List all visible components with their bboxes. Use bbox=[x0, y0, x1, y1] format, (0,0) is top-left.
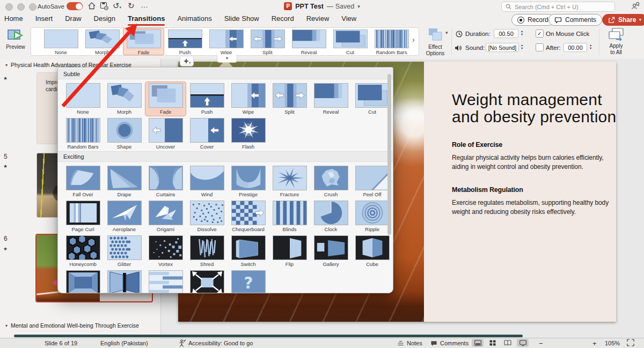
section-header-bottom[interactable]: ▾ Mental and Emotional Well-being Throug… bbox=[5, 322, 139, 329]
tab-home[interactable]: Home bbox=[4, 13, 23, 23]
tab-animations[interactable]: Animations bbox=[177, 13, 211, 23]
transition-gallery[interactable]: Gallery bbox=[310, 234, 352, 269]
blinds-thumbnail-icon bbox=[273, 201, 307, 225]
transition-switch[interactable]: Switch bbox=[228, 234, 269, 269]
transition-fade[interactable]: Fade bbox=[145, 82, 186, 116]
transition-drape[interactable]: Drape bbox=[104, 164, 145, 199]
transition-random[interactable]: ?Random bbox=[228, 269, 269, 293]
ribbon-transition-morph[interactable]: Morph bbox=[82, 28, 123, 55]
comments-button[interactable]: Comments bbox=[548, 14, 602, 26]
transition-cut[interactable]: Cut bbox=[352, 82, 393, 116]
transition-curtains[interactable]: Curtains bbox=[145, 164, 186, 199]
on-mouse-click-checkbox[interactable]: ✓ bbox=[536, 29, 544, 38]
transition-vortex[interactable]: Vortex bbox=[145, 234, 186, 269]
transition-page-curl[interactable]: Page Curl bbox=[62, 199, 104, 234]
horizontal-scrollbar[interactable] bbox=[14, 335, 523, 337]
title-chevron-down-icon[interactable]: ▾ bbox=[357, 4, 360, 9]
normal-view-button[interactable] bbox=[472, 339, 484, 347]
tab-insert[interactable]: Insert bbox=[35, 13, 53, 23]
transition-comb[interactable]: Comb bbox=[145, 269, 186, 293]
fit-slide-to-window-icon[interactable] bbox=[627, 339, 634, 348]
dropdown-scrollbar[interactable] bbox=[387, 74, 391, 235]
gallery-expand-tab[interactable]: ▾ bbox=[217, 54, 237, 63]
slideshow-view-button[interactable] bbox=[517, 339, 529, 347]
zoom-level[interactable]: 105% bbox=[605, 340, 620, 346]
ribbon-transition-split[interactable]: Split bbox=[247, 28, 288, 55]
zoom-in-button[interactable]: + bbox=[592, 339, 597, 347]
notes-toggle[interactable]: Notes bbox=[407, 340, 422, 346]
after-checkbox[interactable] bbox=[536, 43, 544, 51]
transition-glitter[interactable]: Glitter bbox=[104, 234, 145, 269]
ribbon-transition-reveal[interactable]: Reveal bbox=[288, 28, 330, 55]
ribbon-transition-random-bars[interactable]: Random Bars bbox=[371, 28, 412, 55]
language-status[interactable]: English (Pakistan) bbox=[100, 340, 148, 346]
slide-title[interactable]: Weight management and obesity prevention bbox=[452, 91, 624, 125]
slide-sorter-view-button[interactable] bbox=[487, 339, 499, 347]
tab-review[interactable]: Review bbox=[306, 13, 330, 23]
transition-flip[interactable]: Flip bbox=[269, 234, 310, 269]
transition-prestige[interactable]: Prestige bbox=[228, 164, 269, 199]
transition-dissolve[interactable]: Dissolve bbox=[186, 199, 228, 234]
tab-design[interactable]: Design bbox=[94, 13, 115, 23]
tab-view[interactable]: View bbox=[341, 13, 356, 23]
transition-aeroplane[interactable]: Aeroplane bbox=[104, 199, 145, 234]
transition-clock[interactable]: Clock bbox=[310, 199, 352, 234]
transition-split[interactable]: Split bbox=[269, 82, 310, 116]
record-button[interactable]: Record bbox=[511, 14, 554, 26]
after-stepper[interactable]: ▴▾ bbox=[590, 43, 591, 50]
sound-select[interactable]: [No Sound] bbox=[486, 43, 519, 52]
transition-chequerboard[interactable]: Chequerboard bbox=[228, 199, 269, 234]
effect-options-button[interactable]: Effect Options bbox=[422, 28, 449, 56]
transition-peel-off[interactable]: Peel Off bbox=[352, 164, 393, 199]
transition-flash[interactable]: Flash bbox=[228, 116, 269, 151]
transition-star-tab[interactable] bbox=[180, 57, 194, 66]
transition-cube[interactable]: Cube bbox=[352, 234, 393, 269]
transition-origami[interactable]: Origami bbox=[145, 199, 186, 234]
transition-reveal[interactable]: Reveal bbox=[310, 82, 352, 116]
transition-push[interactable]: Push bbox=[186, 82, 228, 116]
transition-none[interactable]: None bbox=[62, 82, 104, 116]
transition-shape[interactable]: Shape bbox=[104, 116, 145, 151]
preview-button[interactable]: Preview bbox=[4, 29, 27, 50]
transition-doors[interactable]: Doors bbox=[104, 269, 145, 293]
transition-box[interactable]: Box bbox=[62, 269, 104, 293]
slide-text-block[interactable]: Metabolism RegulationExercise regulates … bbox=[452, 186, 624, 217]
reading-view-button[interactable] bbox=[502, 339, 514, 347]
accessibility-status[interactable]: Accessibility: Good to go bbox=[188, 340, 253, 346]
presence-people-icon[interactable] bbox=[631, 2, 640, 12]
share-button[interactable]: Share ▾ bbox=[602, 14, 644, 26]
transition-crush[interactable]: Crush bbox=[310, 164, 352, 199]
transition-honeycomb[interactable]: Honeycomb bbox=[62, 234, 104, 269]
transition-morph[interactable]: Morph bbox=[104, 82, 145, 116]
transition-fracture[interactable]: Fracture bbox=[269, 164, 310, 199]
ribbon-transition-fade[interactable]: Fade bbox=[123, 28, 164, 55]
transition-ripple[interactable]: Ripple bbox=[352, 199, 393, 234]
ribbon-transition-none[interactable]: None bbox=[40, 28, 82, 55]
gallery-more-icon[interactable]: › bbox=[412, 35, 415, 44]
tab-transitions[interactable]: Transitions bbox=[128, 13, 165, 26]
transition-wipe[interactable]: Wipe bbox=[228, 82, 269, 116]
transition-shred[interactable]: Shred bbox=[186, 234, 228, 269]
ribbon-transition-cut[interactable]: Cut bbox=[330, 28, 371, 55]
comments-toggle[interactable]: Comments bbox=[440, 340, 469, 346]
transition-wind[interactable]: Wind bbox=[186, 164, 228, 199]
ribbon-transition-push[interactable]: Push bbox=[164, 28, 206, 55]
transition-blinds[interactable]: Blinds bbox=[269, 199, 310, 234]
ribbon-transition-wipe[interactable]: Wipe▾ bbox=[206, 28, 247, 55]
zoom-out-button[interactable]: − bbox=[539, 339, 543, 347]
tab-record[interactable]: Record bbox=[272, 13, 294, 23]
search-input[interactable]: Search (Cmd + Ctrl + U) bbox=[501, 2, 615, 12]
transition-random-bars[interactable]: Random Bars bbox=[62, 116, 104, 151]
transition-cover[interactable]: Cover bbox=[186, 116, 228, 151]
after-input[interactable]: 00.00 bbox=[564, 43, 587, 52]
transition-zoom[interactable]: Zoom bbox=[186, 269, 228, 293]
duration-stepper[interactable]: ▴▾ bbox=[521, 29, 523, 36]
duration-input[interactable]: 00.50 bbox=[494, 29, 518, 38]
transition-uncover[interactable]: Uncover bbox=[145, 116, 186, 151]
sound-stepper[interactable]: ▴▾ bbox=[521, 43, 523, 50]
tab-draw[interactable]: Draw bbox=[65, 13, 81, 23]
transition-fall-over[interactable]: Fall Over bbox=[62, 164, 104, 199]
tab-slide-show[interactable]: Slide Show bbox=[224, 13, 259, 23]
slide-text-block[interactable]: Role of ExerciseRegular physical activit… bbox=[452, 141, 624, 172]
apply-to-all-button[interactable]: Apply to All bbox=[602, 28, 630, 55]
